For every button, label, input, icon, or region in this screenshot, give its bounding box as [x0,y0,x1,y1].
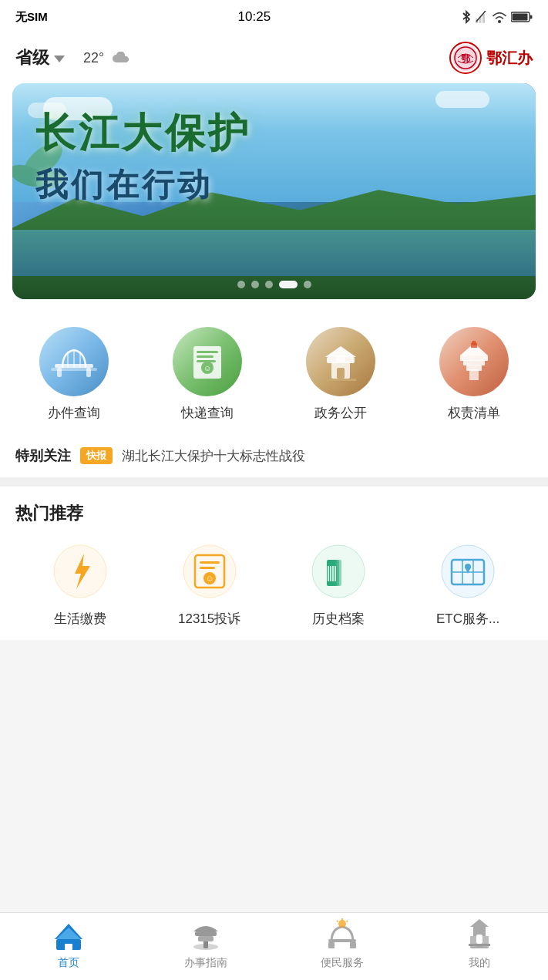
hot-label-3: 历史档案 [312,610,365,628]
svg-rect-6 [513,14,528,21]
hot-section: 热门推荐 生活缴费 [0,487,548,640]
dot-3[interactable] [265,281,273,288]
svg-rect-20 [51,368,97,371]
logo-text: 鄂汇办 [486,48,533,69]
quick-item-2[interactable]: ☺ 快递查询 [153,327,261,422]
svg-rect-47 [200,567,215,569]
etc-icon [437,541,499,602]
lightning-icon [49,541,111,602]
quick-label-1: 办件查询 [48,404,100,422]
banner-line2: 我们在行动 [35,163,513,207]
bridge-svg [51,341,97,383]
complaint-icon: ☺ [179,541,240,602]
bluetooth-icon [461,10,472,24]
banner-line1: 长江大保护 [35,106,513,160]
carrier-text: 无SIM [15,10,48,25]
book-icon: ☺ [173,327,242,396]
banner-text: 长江大保护 我们在行动 [35,106,513,207]
weather-text: 22° [83,50,131,66]
notice-title: 特别关注 [15,446,71,465]
banner-section: 长江大保护 我们在行动 [0,83,548,312]
nav-service[interactable]: 便民服务 [284,916,400,970]
svg-rect-35 [463,360,485,365]
banner-dots[interactable] [237,281,311,288]
svg-rect-23 [197,355,213,358]
quick-label-4: 权责清单 [448,404,500,422]
svg-rect-88 [469,944,490,946]
svg-rect-70 [65,944,72,950]
gate-svg [319,340,362,383]
svg-rect-22 [197,351,218,353]
chevron-down-icon[interactable] [54,56,65,62]
logo-emblem: 鄂 [452,44,479,72]
special-notice[interactable]: 特别关注 快报 湖北长江大保护十大标志性战役 [0,434,548,477]
banner-water [12,230,536,276]
hot-label-2: 12315投诉 [178,610,240,628]
status-bar: 无SIM 10:25 [0,0,548,34]
app-logo[interactable]: 鄂 鄂汇办 [449,42,533,74]
quick-icons-section: 办件查询 ☺ 快递查询 政务公开 [0,312,548,434]
notice-badge: 快报 [80,447,113,464]
svg-rect-46 [200,561,220,564]
hot-item-2[interactable]: ☺ 12315投诉 [152,541,267,628]
dot-5[interactable] [304,281,311,288]
quick-item-4[interactable]: 权责清单 [420,327,528,422]
guide-icon [187,916,224,953]
svg-line-82 [347,921,348,922]
book-svg: ☺ [186,340,229,383]
dot-2[interactable] [251,281,259,288]
bridge-icon [39,327,109,396]
banner-image[interactable]: 长江大保护 我们在行动 [12,83,536,299]
wifi-icon [492,11,507,23]
svg-text:☺: ☺ [205,574,213,583]
hot-grid: 生活缴费 ☺ 12315投诉 [15,541,533,628]
svg-rect-74 [198,936,213,941]
hot-item-4[interactable]: ETC服务... [410,541,526,628]
svg-rect-31 [337,368,345,379]
svg-rect-33 [469,369,479,380]
signal-icon [476,11,488,23]
province-label[interactable]: 省级 [15,46,49,69]
hot-item-3[interactable]: 历史档案 [281,541,396,628]
quick-item-3[interactable]: 政务公开 [287,327,395,422]
svg-rect-78 [350,942,356,948]
status-icons [461,10,533,24]
svg-rect-32 [325,379,356,381]
archive-icon [308,541,369,602]
notice-text: 湖北长江大保护十大标志性战役 [122,447,305,465]
svg-rect-75 [195,931,217,936]
gate-icon [306,327,375,396]
svg-rect-34 [466,365,482,371]
nav-home[interactable]: 首页 [11,916,126,970]
dot-1[interactable] [237,281,245,288]
svg-marker-89 [470,919,489,927]
svg-line-81 [337,921,338,922]
cloud-deco3 [435,91,489,108]
svg-rect-77 [328,942,335,948]
svg-rect-73 [203,941,208,948]
home-icon [50,916,87,953]
bottom-spacer [0,640,548,717]
svg-text:☺: ☺ [203,364,211,372]
svg-point-39 [472,341,476,345]
dot-4[interactable] [279,281,298,288]
service-icon [324,916,361,953]
nav-guide[interactable]: 办事指南 [148,916,264,970]
quick-item-1[interactable]: 办件查询 [20,327,128,422]
nav-profile[interactable]: 我的 [422,916,537,970]
svg-rect-2 [482,14,485,23]
svg-rect-36 [460,355,488,361]
hot-item-1[interactable]: 生活缴费 [22,541,138,628]
hot-label-1: 生活缴费 [54,610,106,628]
bottom-nav: 首页 办事指南 [0,912,548,980]
nav-home-label: 首页 [58,956,79,970]
svg-point-4 [498,20,501,23]
hot-title: 热门推荐 [15,502,533,525]
nav-guide-label: 办事指南 [184,956,227,970]
nav-service-label: 便民服务 [321,956,364,970]
svg-rect-85 [476,935,482,944]
time-text: 10:25 [238,9,271,25]
battery-icon [511,12,533,22]
header: 省级 22° 鄂 鄂汇办 [0,34,548,83]
quick-label-2: 快递查询 [181,404,234,422]
